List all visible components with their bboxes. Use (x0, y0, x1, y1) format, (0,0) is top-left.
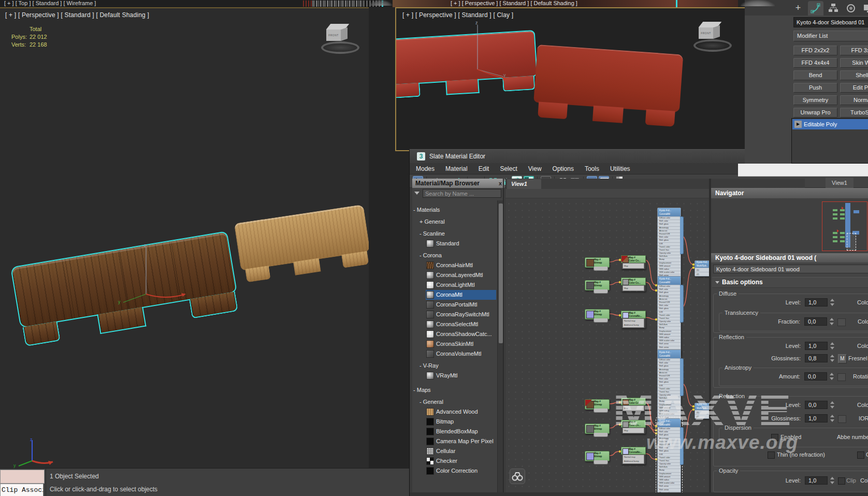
map-slot-button[interactable] (837, 318, 846, 326)
spinner-arrows[interactable] (830, 342, 835, 350)
browser-item-blendedboxmap[interactable]: BlendedBoxMap (426, 427, 496, 436)
refraction-gloss-spinner[interactable]: 1,0 (805, 414, 828, 422)
diffuse-level-spinner[interactable]: 1,0 (805, 298, 828, 307)
panel-divider[interactable] (503, 179, 504, 493)
menu-select[interactable]: Select (500, 165, 517, 172)
modify-tab[interactable] (808, 1, 823, 16)
reflection-level-spinner[interactable]: 1,0 (805, 342, 828, 350)
node-bitmap[interactable]: Map #Bitmap (585, 399, 610, 410)
node-corona-mtl[interactable]: Kyoto 4-d...CoronaMtlDiffuse colorRefl. … (657, 418, 681, 493)
navigator-minimap[interactable] (711, 198, 868, 253)
node-color-correction[interactable]: Map #Color Co...Map (621, 420, 646, 434)
display-tab[interactable] (861, 1, 868, 16)
expand-arrow-icon[interactable]: ▶ (794, 121, 802, 128)
map-button[interactable]: M (838, 354, 847, 363)
modifier-button-push[interactable]: Push (793, 83, 837, 93)
browser-item-cellular[interactable]: Cellular (426, 446, 496, 456)
browser-item-coronarayswitchmtl[interactable]: CoronaRaySwitchMtl (426, 310, 496, 319)
perspective-viewport[interactable]: [ + ] [ Perspective ] [ Standard ] [ Def… (0, 7, 369, 469)
node-bitmap[interactable]: Map #Bitmap (585, 309, 610, 319)
map-slot-button[interactable] (837, 373, 846, 381)
browser-item-camera-map-per-pixel[interactable]: Camera Map Per Pixel (426, 436, 496, 446)
menu-tools[interactable]: Tools (585, 165, 599, 172)
reflection-gloss-spinner[interactable]: 0,8 (805, 354, 828, 362)
view1-tab[interactable]: View1 (507, 179, 541, 189)
hierarchy-tab[interactable] (826, 1, 841, 16)
browser-group--v-ray[interactable]: - V-Ray (419, 361, 496, 371)
chevron-down-icon[interactable] (414, 192, 419, 195)
spinner-arrows[interactable] (830, 414, 835, 422)
browser-item-standard[interactable]: Standard (426, 239, 496, 249)
menu-utilities[interactable]: Utilities (610, 165, 630, 172)
browser-group--scanline[interactable]: - Scanline (419, 229, 496, 239)
menu-view[interactable]: View (528, 165, 542, 172)
viewcube[interactable]: FRONT (691, 21, 735, 50)
clay-sideboard[interactable] (532, 45, 686, 133)
browser-item-advanced-wood[interactable]: Advanced Wood (426, 407, 496, 417)
node-bitmap[interactable]: Map #Bitmap (585, 451, 610, 461)
viewport-label[interactable]: [ + ] [ Perspective ] [ Standard ] [ Cla… (402, 11, 513, 19)
node-corona-mtl[interactable]: Kyoto 4-d...CoronaMtlDiffuse colorRefl. … (657, 349, 681, 429)
browser-group--corona[interactable]: - Corona (419, 251, 496, 260)
spinner-arrows[interactable] (830, 476, 835, 485)
sideboard-light[interactable] (234, 205, 369, 287)
spinner-arrows[interactable] (829, 372, 834, 381)
node-color-correction[interactable]: Map #Color Co...Map (621, 255, 646, 269)
node-corona-mtl[interactable]: Kyoto 4-d...CoronaMtlDiffuse colorRefl. … (657, 276, 681, 356)
dock-view1-tab[interactable]: View1 (826, 178, 853, 188)
clip-checkbox[interactable] (838, 477, 845, 485)
browser-group--general[interactable]: - General (419, 397, 496, 407)
node-color-correction[interactable]: Map #Color Co...Map (621, 398, 646, 412)
spinner-arrows[interactable] (830, 354, 835, 362)
browser-item-vraymtl[interactable]: VRayMtl (426, 371, 496, 381)
basic-options-rollout[interactable]: Basic options (712, 277, 868, 288)
node-color-correction[interactable]: Map #Color Co...Map (621, 278, 646, 291)
anisotropy-amount-spinner[interactable]: 0,0 (804, 372, 827, 381)
browser-group--maps[interactable]: - Maps (413, 385, 496, 395)
listener-line[interactable]: Clip Associ (0, 484, 44, 496)
browser-header[interactable]: Material/Map Browser x (412, 179, 504, 188)
material-name-field[interactable]: Kyoto 4-door Sideboard 01 wood (713, 265, 868, 273)
translucency-fraction-spinner[interactable]: 0,0 (804, 317, 827, 326)
modifier-button-ffd-3x3[interactable]: FFD 3x3 (840, 46, 868, 55)
node-bitmap[interactable]: Map #Bitmap (585, 257, 610, 268)
top-viewport-label[interactable]: [ + ] [ Perspective ] [ Standard ] [ Def… (451, 0, 577, 6)
modifier-button-shell[interactable]: Shell (840, 70, 868, 80)
create-tab[interactable]: + (790, 1, 806, 16)
thin-checkbox[interactable] (768, 451, 775, 459)
browser-item-coronalayeredmtl[interactable]: CoronaLayeredMtl (426, 270, 496, 280)
minimap-view-rect[interactable] (847, 233, 856, 251)
browser-item-coronaskinmtl[interactable]: CoronaSkinMtl (426, 339, 496, 349)
browser-item-coronahairmtl[interactable]: CoronaHairMtl (426, 260, 496, 270)
modifier-button-bend[interactable]: Bend (793, 70, 837, 80)
modifier-button-symmetry[interactable]: Symmetry (793, 95, 837, 105)
modifier-list-dropdown[interactable]: Modifier List (793, 31, 868, 41)
modifier-button-ffd-2x2x2[interactable]: FFD 2x2x2 (793, 46, 837, 55)
zoom-extents-button[interactable] (510, 469, 525, 484)
navigator-header[interactable]: Navigator (711, 188, 868, 198)
material-header[interactable]: Kyoto 4-door Sideboard 01 wood ( (711, 253, 868, 262)
top-viewport-label[interactable]: [ + ] [ Top ] [ Standard ] [ Wireframe ] (4, 0, 96, 6)
stack-item-editable-poly[interactable]: ▶Editable Poly (792, 119, 868, 129)
modifier-button-norma[interactable]: Norma (840, 95, 868, 105)
opacity-level-spinner[interactable]: 1,0 (805, 476, 828, 485)
spinner-arrows[interactable] (830, 401, 835, 409)
object-name-field[interactable]: Kyoto 4-door Sideboard 01 (793, 17, 868, 27)
node-bitmap[interactable]: Map #Bitmap (585, 424, 610, 434)
map-slot-button[interactable] (838, 415, 846, 423)
browser-item-coronaselectmtl[interactable]: CoronaSelectMtl (426, 319, 496, 329)
browser-item-coronashadowcatc-[interactable]: CoronaShadowCatc... (426, 329, 496, 339)
browser-item-coronamtl[interactable]: CoronaMtl (426, 290, 496, 300)
browser-item-bitmap[interactable]: Bitmap (426, 417, 496, 427)
spinner-arrows[interactable] (830, 298, 835, 307)
caustics-checkbox[interactable] (857, 451, 864, 459)
browser-group--general[interactable]: + General (419, 217, 496, 227)
browser-group--materials[interactable]: - Materials (413, 205, 496, 215)
node-corona-normal[interactable]: Map #CoronaNo...Normal mapAdditional bum… (621, 311, 646, 328)
refraction-level-spinner[interactable]: 0,0 (805, 401, 828, 409)
browser-item-coronaportalmtl[interactable]: CoronaPortalMtl (426, 300, 496, 310)
menu-modes[interactable]: Modes (416, 165, 435, 172)
spinner-arrows[interactable] (829, 317, 834, 326)
maxscript-mini-listener[interactable] (0, 470, 45, 484)
browser-item-checker[interactable]: Checker (426, 456, 496, 466)
